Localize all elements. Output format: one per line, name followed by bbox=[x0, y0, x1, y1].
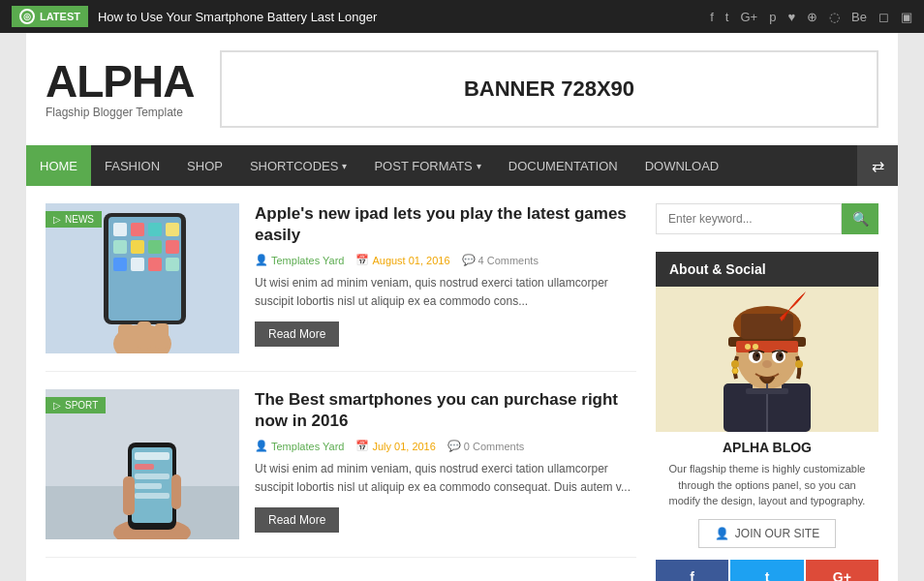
banner-text: BANNER 728X90 bbox=[464, 76, 634, 102]
pinterest-icon[interactable]: p bbox=[769, 10, 776, 24]
svg-point-50 bbox=[795, 360, 803, 368]
comment-icon-2: 💬 bbox=[447, 440, 461, 452]
facebook-icon[interactable]: f bbox=[710, 10, 714, 24]
search-input[interactable] bbox=[656, 203, 842, 234]
logo-text[interactable]: ALPHA bbox=[46, 59, 200, 104]
social-row: f t G+ bbox=[656, 560, 878, 582]
svg-point-41 bbox=[753, 344, 758, 350]
post-body-1: Apple's new ipad lets you play the lates… bbox=[255, 203, 636, 353]
calendar-icon-1: 📅 bbox=[355, 254, 369, 266]
svg-rect-8 bbox=[131, 240, 144, 254]
latest-label: LATEST bbox=[40, 11, 80, 22]
svg-rect-11 bbox=[113, 258, 127, 271]
svg-rect-5 bbox=[148, 223, 162, 236]
svg-point-47 bbox=[780, 354, 783, 357]
post-comments-2: 💬 0 Comments bbox=[447, 440, 524, 452]
about-blog-name: APLHA BLOG bbox=[656, 440, 878, 455]
svg-rect-26 bbox=[135, 474, 169, 479]
svg-rect-4 bbox=[131, 223, 144, 236]
site-header: ALPHA Flagship Blogger Template BANNER 7… bbox=[26, 33, 898, 145]
nav-post-formats[interactable]: POST FORMATS ▾ bbox=[360, 145, 494, 186]
nav-bar: HOME FASHION SHOP SHORTCODES ▾ POST FORM… bbox=[26, 145, 898, 186]
rss-icon[interactable]: ◌ bbox=[829, 10, 840, 24]
facebook-social-btn[interactable]: f bbox=[656, 560, 728, 582]
nav-fashion[interactable]: FASHION bbox=[91, 145, 173, 186]
main-wrapper: ALPHA Flagship Blogger Template BANNER 7… bbox=[26, 33, 898, 581]
category-label-2: SPORT bbox=[65, 400, 98, 411]
svg-point-46 bbox=[756, 354, 759, 357]
news-icon: ▷ bbox=[53, 214, 61, 225]
nav-shop[interactable]: SHOP bbox=[173, 145, 236, 186]
user-icon: 👤 bbox=[715, 527, 729, 540]
post-title-1[interactable]: Apple's new ipad lets you play the lates… bbox=[255, 203, 636, 246]
svg-rect-13 bbox=[148, 258, 162, 271]
post-title-2[interactable]: The Best smartphones you can purchase ri… bbox=[255, 389, 636, 432]
web-icon[interactable]: ⊕ bbox=[807, 10, 817, 24]
heart-icon[interactable]: ♥ bbox=[787, 10, 795, 24]
site-logo: ALPHA Flagship Blogger Template bbox=[46, 59, 200, 119]
calendar-icon-2: 📅 bbox=[355, 440, 369, 452]
author-icon-2: 👤 bbox=[255, 440, 268, 452]
logo-sub: Flagship Blogger Template bbox=[46, 106, 200, 119]
nav-download[interactable]: DOWNLOAD bbox=[631, 145, 733, 186]
behance-icon[interactable]: Be bbox=[851, 10, 867, 24]
about-portrait bbox=[656, 287, 878, 432]
svg-rect-28 bbox=[135, 493, 169, 499]
post-card-2: ▷ SPORT The Best smartphones you can pur… bbox=[46, 389, 636, 558]
svg-rect-18 bbox=[155, 323, 169, 349]
svg-rect-53 bbox=[746, 388, 788, 394]
post-date-1: 📅 August 01, 2016 bbox=[355, 254, 449, 266]
twitter-icon[interactable]: t bbox=[725, 10, 729, 24]
nav-documentation[interactable]: DOCUMENTATION bbox=[495, 145, 631, 186]
svg-rect-10 bbox=[166, 240, 179, 254]
post-card-1: ▷ NEWS Apple's new ipad lets you play th… bbox=[46, 203, 636, 372]
svg-rect-24 bbox=[135, 452, 169, 460]
join-label: JOIN OUR SITE bbox=[735, 527, 819, 540]
sport-icon: ▷ bbox=[53, 400, 61, 411]
post-meta-1: 👤 Templates Yard 📅 August 01, 2016 💬 4 C… bbox=[255, 254, 636, 266]
svg-rect-38 bbox=[741, 314, 793, 339]
svg-rect-9 bbox=[148, 240, 162, 254]
top-bar-social-icons: f t G+ p ♥ ⊕ ◌ Be ◻ ▣ bbox=[710, 10, 912, 24]
read-more-btn-1[interactable]: Read More bbox=[255, 321, 339, 347]
top-bar-headline: How to Use Your Smartphone Battery Last … bbox=[98, 10, 710, 24]
twitter-social-btn[interactable]: t bbox=[730, 560, 803, 582]
svg-rect-7 bbox=[113, 240, 127, 254]
nav-home[interactable]: HOME bbox=[26, 145, 91, 186]
about-widget-title: About & Social bbox=[656, 252, 878, 287]
misc-icon[interactable]: ▣ bbox=[901, 10, 912, 24]
join-button[interactable]: 👤 JOIN OUR SITE bbox=[698, 519, 836, 548]
compass-icon: ◎ bbox=[19, 9, 35, 24]
post-thumb-2: ▷ SPORT bbox=[46, 389, 239, 539]
shuffle-button[interactable]: ⇄ bbox=[857, 145, 898, 186]
svg-rect-25 bbox=[135, 464, 154, 470]
nav-shortcodes[interactable]: SHORTCODES ▾ bbox=[236, 145, 361, 186]
post-formats-arrow: ▾ bbox=[477, 161, 481, 171]
svg-point-51 bbox=[732, 368, 738, 374]
banner-area: BANNER 728X90 bbox=[220, 50, 878, 128]
post-thumb-1: ▷ NEWS bbox=[46, 203, 239, 353]
post-category-badge-2: ▷ SPORT bbox=[46, 397, 106, 413]
category-label-1: NEWS bbox=[65, 214, 94, 225]
svg-rect-30 bbox=[171, 474, 181, 509]
comment-icon-1: 💬 bbox=[462, 254, 476, 266]
about-widget: About & Social bbox=[656, 252, 878, 581]
top-bar: ◎ LATEST How to Use Your Smartphone Batt… bbox=[0, 0, 924, 33]
svg-point-48 bbox=[762, 360, 772, 368]
shortcodes-arrow: ▾ bbox=[342, 161, 347, 171]
svg-rect-17 bbox=[138, 321, 151, 349]
instagram-icon[interactable]: ◻ bbox=[878, 10, 889, 24]
read-more-btn-2[interactable]: Read More bbox=[255, 507, 339, 533]
googleplus-icon[interactable]: G+ bbox=[740, 10, 757, 24]
author-icon-1: 👤 bbox=[255, 254, 268, 266]
googleplus-social-btn[interactable]: G+ bbox=[806, 560, 878, 582]
post-date-2: 📅 July 01, 2016 bbox=[355, 440, 435, 452]
sidebar: 🔍 About & Social bbox=[656, 203, 878, 581]
svg-rect-6 bbox=[166, 223, 179, 236]
search-bar: 🔍 bbox=[656, 203, 878, 234]
post-author-2: 👤 Templates Yard bbox=[255, 440, 344, 452]
latest-badge: ◎ LATEST bbox=[12, 6, 88, 27]
post-category-badge-1: ▷ NEWS bbox=[46, 211, 102, 228]
about-description: Our flagship theme is highly customizabl… bbox=[656, 461, 878, 519]
search-button[interactable]: 🔍 bbox=[842, 203, 878, 234]
